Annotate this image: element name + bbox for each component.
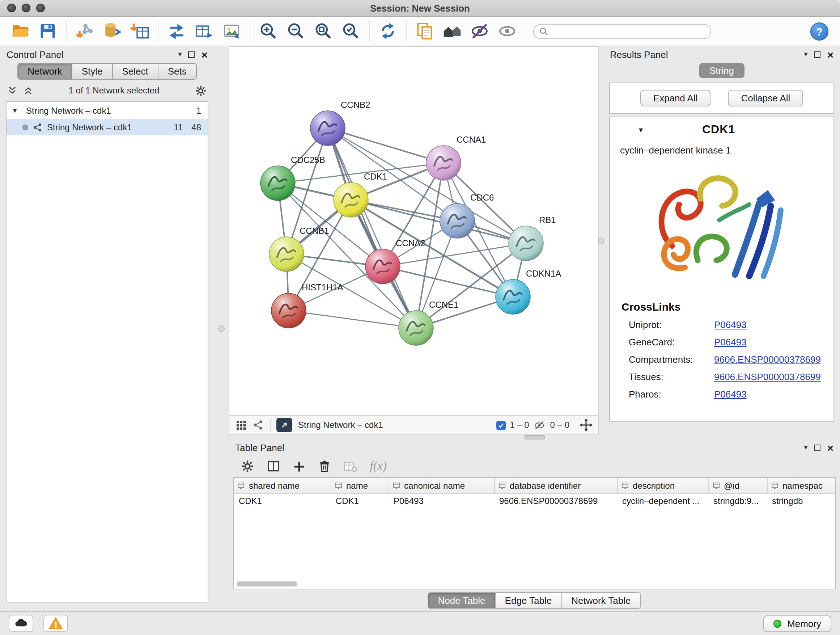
pan-move-icon[interactable] [579, 418, 592, 432]
table-settings-gear-icon[interactable] [240, 459, 255, 473]
table-cell[interactable]: CDK1 [234, 494, 331, 508]
column-header-@id[interactable]: @id [708, 478, 767, 494]
network-collection-row[interactable]: ▾ String Network – cdk1 1 [6, 102, 208, 119]
save-session-button[interactable] [35, 19, 61, 43]
network-from-selection-button[interactable] [164, 19, 189, 43]
network-edge-HIST1H1A-CCNE1[interactable] [289, 310, 416, 328]
tab-network[interactable]: Network [18, 64, 72, 79]
apply-layout-button[interactable] [375, 19, 401, 43]
network-edge-CCNB2-CCNA1[interactable] [328, 128, 444, 163]
memory-button[interactable]: Memory [763, 615, 831, 632]
splitter-handle[interactable] [598, 238, 605, 244]
gear-icon[interactable] [195, 84, 207, 97]
network-node-CDC25B[interactable] [261, 166, 295, 201]
export-image-button[interactable] [218, 19, 245, 43]
open-in-window-button[interactable] [276, 418, 292, 432]
column-header-database-identifier[interactable]: database identifier [494, 478, 617, 494]
network-node-HIST1H1A[interactable] [271, 293, 306, 328]
network-node-CCNA2[interactable] [365, 249, 400, 284]
toolbar-search[interactable] [533, 24, 711, 39]
crosslink-link[interactable]: P06493 [714, 389, 747, 400]
network-row[interactable]: String Network – cdk1 11 48 [6, 119, 208, 135]
column-header-shared-name[interactable]: shared name [234, 478, 331, 494]
show-all-button[interactable] [494, 19, 520, 43]
table-cell[interactable]: P06493 [388, 494, 494, 508]
network-canvas[interactable]: CCNB2CCNA1CDC25BCDK1CDC6RB1CCNB1CCNA2CDK… [229, 46, 599, 415]
panel-close-icon[interactable]: × [827, 442, 834, 453]
expand-all-icon[interactable] [23, 86, 33, 96]
panel-menu-icon[interactable]: ▾ [178, 51, 182, 58]
import-network-file-button[interactable] [72, 19, 98, 43]
panel-float-icon[interactable] [814, 444, 821, 451]
hide-selected-button[interactable] [467, 19, 493, 43]
tab-style[interactable]: Style [73, 64, 113, 79]
table-cell[interactable]: 9606.ENSP00000378699 [494, 494, 617, 508]
column-header-name[interactable]: name [331, 478, 388, 494]
table-row[interactable]: CDK1CDK1P064939606.ENSP00000378699cyclin… [234, 494, 836, 508]
network-node-CDK1[interactable] [333, 182, 368, 217]
panel-menu-icon[interactable]: ▾ [804, 51, 807, 58]
delete-column-icon[interactable] [317, 459, 332, 473]
horizontal-splitter[interactable] [229, 435, 840, 440]
tab-edge-table[interactable]: Edge Table [496, 592, 562, 608]
network-node-RB1[interactable] [508, 226, 543, 261]
cloud-status-button[interactable] [9, 615, 33, 632]
column-header-canonical-name[interactable]: canonical name [388, 478, 494, 494]
splitter-handle[interactable] [218, 325, 225, 332]
crosslink-link[interactable]: 9606.ENSP00000378699 [714, 371, 821, 382]
open-session-button[interactable] [7, 19, 33, 43]
tree-expand-icon[interactable]: ▾ [13, 106, 22, 114]
table-cell[interactable]: stringdb [767, 494, 836, 508]
column-header-namespac[interactable]: namespac [767, 478, 836, 494]
zoom-in-button[interactable] [256, 19, 281, 43]
table-cell[interactable]: CDK1 [331, 494, 388, 508]
table-cell[interactable]: stringdb:9... [708, 494, 767, 508]
network-node-CDC6[interactable] [440, 203, 475, 238]
expand-all-button[interactable]: Expand All [640, 90, 711, 106]
table-cell[interactable]: cyclin–dependent ... [617, 494, 708, 508]
network-edge-CCNB2-CCNE1[interactable] [328, 128, 416, 328]
share-network-icon[interactable] [253, 419, 264, 431]
splitter-handle[interactable] [524, 435, 545, 440]
search-input[interactable] [552, 25, 706, 37]
function-builder-button[interactable]: f(x) [370, 459, 387, 473]
right-splitter[interactable] [599, 46, 603, 435]
annotation-mode-button[interactable] [412, 19, 438, 43]
network-node-CCNB1[interactable] [269, 237, 304, 272]
zoom-selected-button[interactable] [338, 19, 364, 43]
panel-float-icon[interactable] [814, 51, 821, 57]
tab-select[interactable]: Select [112, 64, 158, 79]
zoom-fit-button[interactable] [310, 19, 336, 43]
tab-sets[interactable]: Sets [158, 64, 196, 79]
warning-status-button[interactable] [43, 615, 68, 632]
close-window-button[interactable] [7, 4, 16, 12]
network-node-CCNE1[interactable] [399, 310, 433, 345]
tab-node-table[interactable]: Node Table [428, 592, 495, 608]
collapse-all-button[interactable]: Collapse All [728, 90, 804, 106]
panel-close-icon[interactable]: × [201, 49, 208, 60]
panel-float-icon[interactable] [188, 51, 195, 57]
home-layout-button[interactable] [439, 19, 465, 43]
maximize-window-button[interactable] [36, 4, 45, 12]
import-table-file-button[interactable] [126, 19, 153, 43]
crosslink-link[interactable]: P06493 [714, 319, 747, 330]
selected-nodes-checkbox-icon[interactable] [496, 420, 505, 430]
panel-close-icon[interactable]: × [827, 49, 834, 60]
crosslink-link[interactable]: 9606.ENSP00000378699 [714, 354, 821, 365]
show-columns-icon[interactable] [266, 459, 281, 473]
add-column-icon[interactable] [292, 459, 306, 473]
import-network-database-button[interactable] [99, 19, 125, 43]
column-header-description[interactable]: description [617, 478, 708, 494]
network-node-CDKN1A[interactable] [496, 279, 531, 314]
help-button[interactable]: ? [810, 22, 829, 40]
tab-network-table[interactable]: Network Table [562, 592, 641, 608]
grid-view-icon[interactable] [235, 419, 247, 431]
left-splitter[interactable] [214, 46, 229, 611]
collapse-section-icon[interactable]: ▾ [639, 125, 643, 134]
gene-header[interactable]: ▾ CDK1 [620, 123, 823, 136]
network-node-CCNA1[interactable] [426, 146, 461, 180]
new-network-table-button[interactable] [191, 19, 217, 43]
string-results-tab[interactable]: String [699, 63, 745, 78]
zoom-out-button[interactable] [283, 19, 309, 43]
minimize-window-button[interactable] [22, 4, 30, 12]
